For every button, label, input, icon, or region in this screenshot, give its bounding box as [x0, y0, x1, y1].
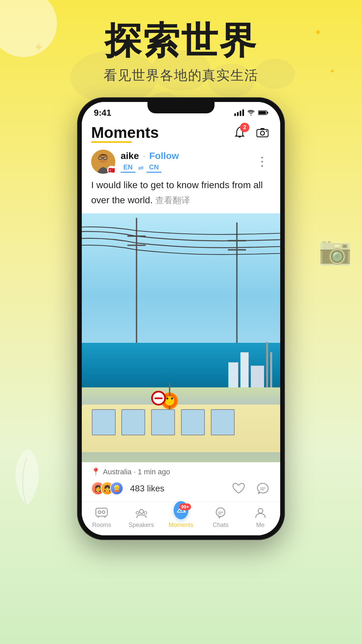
- notification-badge: 2: [240, 123, 249, 132]
- nav-item-moments[interactable]: 99+ Moments: [161, 505, 201, 529]
- location-label: Australia · 1 min ago: [103, 468, 170, 476]
- post-actions-row: 👩 👧 👱 483 likes: [91, 480, 271, 496]
- svg-rect-15: [99, 157, 102, 159]
- nav-label-me: Me: [256, 522, 264, 529]
- status-time: 9:41: [94, 108, 111, 118]
- promo-title: 探索世界: [0, 20, 362, 61]
- phone-notch: [147, 102, 215, 113]
- nav-item-speakers[interactable]: Speakers: [121, 505, 161, 529]
- post-image-content: [82, 213, 280, 462]
- header-icons: 2: [231, 124, 271, 141]
- foreground-poles: [82, 363, 280, 462]
- svg-point-30: [136, 512, 139, 514]
- speakers-icon: [134, 505, 149, 520]
- post-user-info: 🇹🇷 aike · Follow EN: [91, 150, 179, 174]
- rooms-icon: [94, 505, 109, 520]
- country-flag: 🇹🇷: [107, 166, 116, 174]
- svg-point-29: [139, 509, 143, 514]
- likes-count: 483 likes: [130, 483, 165, 494]
- svg-point-28: [102, 511, 105, 514]
- me-icon: [253, 505, 268, 520]
- moments-icon: 99+: [174, 505, 188, 520]
- lang-from: EN: [121, 163, 135, 173]
- notification-button[interactable]: 2: [231, 124, 248, 141]
- svg-point-33: [258, 508, 263, 513]
- svg-point-10: [260, 131, 264, 135]
- header-title: Moments: [91, 123, 159, 142]
- svg-point-27: [98, 511, 101, 514]
- camera-button[interactable]: [254, 124, 271, 141]
- svg-rect-7: [267, 112, 268, 114]
- post-header: 🇹🇷 aike · Follow EN: [82, 144, 280, 178]
- app-header: Moments 2: [82, 120, 280, 144]
- promo-subtitle: 看见世界各地的真实生活: [0, 66, 362, 85]
- svg-point-31: [144, 512, 147, 514]
- nav-item-me[interactable]: Me: [241, 505, 280, 529]
- page-background: ✦ ✦ ✦ 探索世界 看见世界各地的真实生活 📷 9:41: [0, 0, 362, 644]
- dot-separator: ·: [143, 151, 145, 161]
- svg-rect-11: [260, 128, 264, 130]
- nav-label-speakers: Speakers: [129, 522, 154, 529]
- phone-frame: 9:41: [77, 97, 285, 540]
- battery-icon: [258, 110, 268, 115]
- translate-link[interactable]: 查看翻译: [155, 195, 190, 205]
- comment-button[interactable]: [255, 480, 271, 496]
- lang-to: CN: [146, 163, 162, 173]
- svg-point-12: [266, 130, 267, 132]
- status-icons: [234, 109, 268, 116]
- username: aike: [121, 151, 139, 161]
- like-button[interactable]: [231, 480, 247, 496]
- liker-avatar-3: 👱: [110, 482, 123, 495]
- comment-icon: [256, 482, 269, 494]
- svg-rect-26: [96, 508, 107, 516]
- bottom-nav: Rooms: [82, 502, 280, 535]
- action-buttons: [231, 480, 271, 496]
- svg-rect-8: [259, 111, 266, 114]
- nav-label-rooms: Rooms: [92, 522, 111, 529]
- heart-icon: [232, 482, 245, 494]
- post-image[interactable]: [82, 213, 280, 462]
- lang-arrow-icon: ⇌: [138, 164, 144, 172]
- wifi-icon: [247, 110, 255, 116]
- post-card: 🇹🇷 aike · Follow EN: [82, 144, 280, 535]
- power-lines: [82, 213, 280, 350]
- chats-icon: [213, 505, 228, 520]
- post-text: I would like to get to know friends from…: [82, 178, 280, 213]
- camera-icon: [256, 127, 268, 138]
- nav-item-chats[interactable]: Chats: [201, 505, 240, 529]
- nav-item-rooms[interactable]: Rooms: [82, 505, 121, 529]
- user-name-row: aike · Follow: [121, 151, 179, 161]
- signal-icon: [234, 109, 244, 116]
- likes-section: 👩 👧 👱 483 likes: [91, 482, 165, 495]
- follow-button[interactable]: Follow: [149, 151, 179, 161]
- user-avatar-wrapper[interactable]: 🇹🇷: [91, 150, 115, 174]
- leaf-deco-left: [7, 443, 47, 510]
- moments-badge: 99+: [179, 503, 191, 510]
- location-time: 📍 Australia · 1 min ago: [91, 468, 271, 476]
- avatar-stack: 👩 👧 👱: [91, 482, 119, 495]
- post-footer: 📍 Australia · 1 min ago 👩 👧 👱: [82, 462, 280, 502]
- language-row: EN ⇌ CN: [121, 163, 179, 173]
- phone-screen: 9:41: [82, 102, 280, 535]
- camera-deco: 📷: [318, 235, 352, 266]
- user-details: aike · Follow EN ⇌ CN: [121, 151, 179, 173]
- phone-wrapper: 9:41: [77, 97, 285, 540]
- svg-rect-16: [104, 157, 107, 159]
- nav-label-moments: Moments: [169, 522, 193, 529]
- nav-label-chats: Chats: [213, 522, 229, 529]
- promo-header: 探索世界 看见世界各地的真实生活: [0, 20, 362, 85]
- location-pin-icon: 📍: [91, 468, 100, 476]
- post-menu-button[interactable]: ⋮: [253, 152, 271, 171]
